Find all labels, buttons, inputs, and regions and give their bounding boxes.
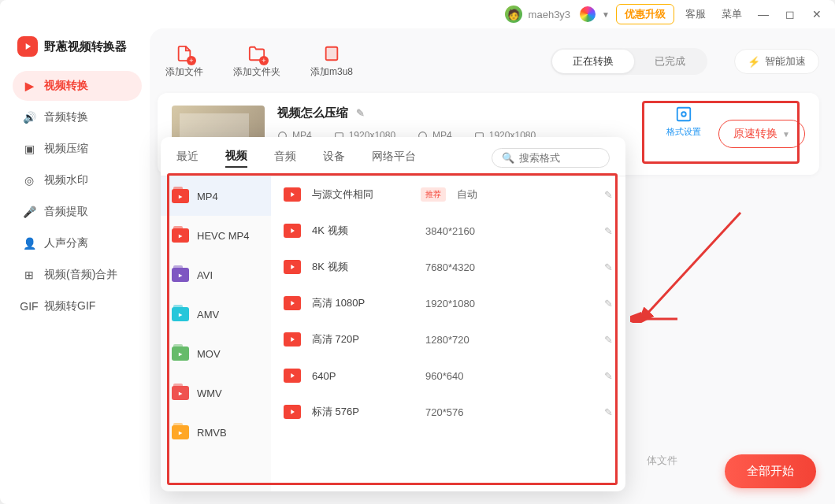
sidebar-item-video-to-gif[interactable]: GIF视频转GIF: [13, 291, 142, 321]
close-button[interactable]: ✕: [807, 4, 827, 24]
format-search[interactable]: 🔍: [492, 148, 610, 168]
sidebar-item-vocal-separate[interactable]: 👤人声分离: [13, 228, 142, 258]
sidebar-item-merge[interactable]: ⊞视频(音频)合并: [13, 260, 142, 290]
resolution-label: 高清 1080P: [312, 296, 414, 310]
format-label: MP4: [197, 191, 218, 202]
sidebar-item-label: 视频压缩: [44, 142, 88, 156]
sidebar-item-audio-extract[interactable]: 🎤音频提取: [13, 197, 142, 227]
resolution-dim: 720*576: [425, 406, 520, 418]
resolution-dim: 自动: [457, 187, 551, 202]
format-icon: ▸: [172, 268, 189, 282]
add-m3u8-button[interactable]: 添加m3u8: [302, 45, 361, 79]
maximize-button[interactable]: ◻: [780, 4, 800, 24]
format-label: HEVC MP4: [197, 230, 249, 242]
sidebar: 野蔥视频转换器 ▶视频转换 🔊音频转换 ▣视频压缩 ◎视频水印 🎤音频提取 👤人…: [0, 28, 150, 504]
tab-done[interactable]: 已完成: [634, 50, 706, 73]
video-icon: [284, 296, 301, 310]
format-settings-button[interactable]: 格式设置: [662, 106, 706, 162]
add-file-button[interactable]: + 添加文件: [158, 45, 211, 79]
search-input[interactable]: [519, 152, 625, 164]
resolution-label: 4K 视频: [312, 224, 414, 238]
bolt-icon: ⚡: [748, 56, 760, 68]
sidebar-item-label: 视频转换: [44, 79, 88, 93]
app-name: 野蔥视频转换器: [44, 39, 127, 54]
watermark-icon: ◎: [22, 173, 36, 187]
video-icon: [284, 260, 301, 274]
resolution-label: 高清 720P: [312, 332, 414, 346]
upgrade-button[interactable]: 优惠升级: [616, 4, 674, 24]
popup-tabs: 最近 视频 音频 设备 网络平台 🔍: [161, 137, 625, 176]
menu-link[interactable]: 菜单: [717, 7, 747, 21]
folder-plus-icon: +: [248, 45, 265, 62]
format-item-rmvb[interactable]: ▸RMVB: [161, 413, 271, 452]
brand-icon[interactable]: [580, 6, 596, 22]
convert-button[interactable]: 原速转换▼: [718, 120, 805, 148]
tab-recent[interactable]: 最近: [176, 150, 199, 167]
audio-icon: 🔊: [22, 110, 36, 124]
edit-icon[interactable]: ✎: [604, 406, 613, 418]
format-label: WMV: [197, 387, 222, 399]
user-avatar[interactable]: 🧑: [505, 6, 522, 23]
chevron-down-icon: ▼: [782, 130, 790, 139]
edit-icon[interactable]: ✎: [604, 189, 613, 201]
chevron-down-icon[interactable]: ▼: [602, 10, 610, 19]
format-item-avi[interactable]: ▸AVI: [161, 255, 271, 295]
resolution-row[interactable]: 4K 视频 3840*2160 ✎: [271, 213, 625, 249]
extract-icon: 🎤: [22, 205, 36, 219]
add-folder-button[interactable]: + 添加文件夹: [225, 45, 288, 79]
edit-icon[interactable]: ✎: [604, 334, 613, 346]
footer-hint: 体文件: [647, 454, 677, 468]
resolution-dim: 3840*2160: [425, 225, 520, 237]
edit-icon[interactable]: ✎: [604, 298, 613, 309]
format-icon: ▸: [172, 386, 189, 400]
smart-accel-label: 智能加速: [765, 54, 806, 69]
format-item-amv[interactable]: ▸AMV: [161, 295, 271, 334]
format-popup: 最近 视频 音频 设备 网络平台 🔍 ▸MP4▸HEVC MP4▸AVI▸AMV…: [161, 137, 625, 491]
resolution-label: 8K 视频: [312, 260, 414, 274]
format-list[interactable]: ▸MP4▸HEVC MP4▸AVI▸AMV▸MOV▸WMV▸RMVB: [161, 176, 271, 491]
tab-converting[interactable]: 正在转换: [552, 50, 634, 73]
sidebar-item-video-convert[interactable]: ▶视频转换: [13, 71, 142, 101]
resolution-label: 640P: [312, 370, 414, 382]
resolution-row[interactable]: 与源文件相同 推荐 自动 ✎: [271, 176, 625, 213]
sidebar-item-video-compress[interactable]: ▣视频压缩: [13, 134, 142, 164]
tab-video[interactable]: 视频: [225, 149, 247, 168]
format-item-mov[interactable]: ▸MOV: [161, 334, 271, 373]
resolution-row[interactable]: 标清 576P 720*576 ✎: [271, 394, 625, 430]
sidebar-item-video-watermark[interactable]: ◎视频水印: [13, 165, 142, 195]
resolution-row[interactable]: 高清 1080P 1920*1080 ✎: [271, 285, 625, 321]
sidebar-item-audio-convert[interactable]: 🔊音频转换: [13, 102, 142, 132]
edit-icon[interactable]: ✎: [604, 370, 613, 382]
smart-accel-button[interactable]: ⚡智能加速: [734, 49, 819, 74]
tab-audio[interactable]: 音频: [274, 150, 296, 167]
edit-icon[interactable]: ✎: [604, 225, 613, 237]
tool-label: 添加m3u8: [310, 65, 353, 79]
app-logo: 野蔥视频转换器: [13, 33, 142, 57]
toolbar: + 添加文件 + 添加文件夹 添加m3u8 正在转换 已完成 ⚡智能加速: [158, 35, 819, 88]
tab-device[interactable]: 设备: [323, 150, 345, 167]
format-item-mp4[interactable]: ▸MP4: [161, 176, 271, 216]
sidebar-item-label: 视频水印: [44, 173, 88, 187]
format-icon: ▸: [172, 189, 189, 203]
support-link[interactable]: 客服: [681, 7, 711, 21]
resolution-row[interactable]: 高清 720P 1280*720 ✎: [271, 321, 625, 358]
minimize-button[interactable]: —: [753, 4, 774, 24]
edit-title-icon[interactable]: ✎: [356, 107, 365, 119]
resolution-row[interactable]: 8K 视频 7680*4320 ✎: [271, 249, 625, 285]
resolution-dim: 7680*4320: [425, 261, 520, 273]
compress-icon: ▣: [22, 142, 36, 156]
start-all-button[interactable]: 全部开始: [725, 454, 816, 488]
search-icon: 🔍: [502, 152, 514, 164]
m3u8-icon: [323, 45, 340, 62]
titlebar: 🧑 maeh3y3 ▼ 优惠升级 客服 菜单 — ◻ ✕: [0, 0, 835, 28]
resolution-row[interactable]: 640P 960*640 ✎: [271, 358, 625, 394]
settings-label: 格式设置: [666, 126, 701, 138]
edit-icon[interactable]: ✎: [604, 261, 613, 273]
tab-web[interactable]: 网络平台: [372, 150, 416, 167]
username: maeh3y3: [529, 9, 570, 20]
recommended-badge: 推荐: [421, 187, 446, 202]
format-item-hevc-mp4[interactable]: ▸HEVC MP4: [161, 216, 271, 255]
format-icon: ▸: [172, 228, 189, 243]
resolution-list[interactable]: 与源文件相同 推荐 自动 ✎ 4K 视频 3840*2160 ✎ 8K 视频 7…: [271, 176, 625, 491]
format-item-wmv[interactable]: ▸WMV: [161, 373, 271, 413]
